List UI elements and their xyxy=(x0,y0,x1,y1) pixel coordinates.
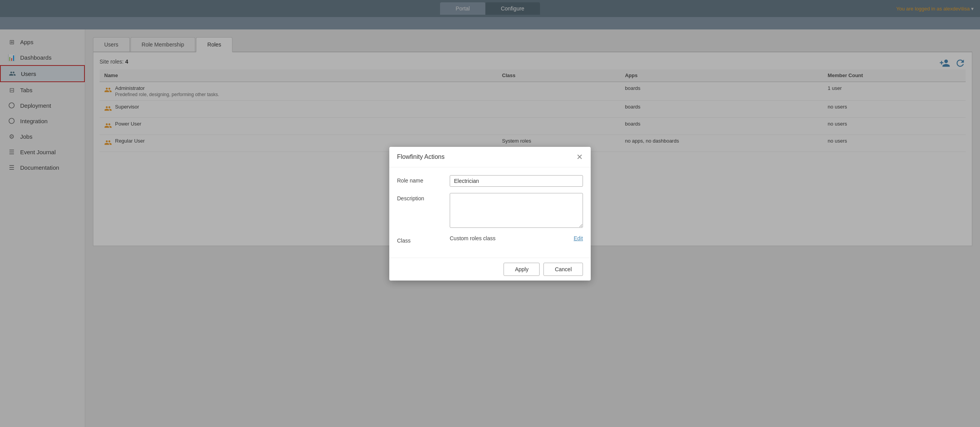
description-input[interactable] xyxy=(450,193,583,228)
role-name-row: Role name xyxy=(397,175,583,187)
role-name-label: Role name xyxy=(397,175,444,184)
cancel-button[interactable]: Cancel xyxy=(543,263,583,276)
modal-header: Flowfinity Actions ✕ xyxy=(389,147,591,167)
modal: Flowfinity Actions ✕ Role name Descripti… xyxy=(389,147,591,281)
modal-overlay: Flowfinity Actions ✕ Role name Descripti… xyxy=(0,0,980,427)
modal-close-button[interactable]: ✕ xyxy=(576,153,583,161)
modal-title: Flowfinity Actions xyxy=(397,153,445,160)
modal-footer: Apply Cancel xyxy=(389,258,591,281)
class-label: Class xyxy=(397,235,444,244)
description-control xyxy=(450,193,583,229)
class-value: Custom roles class xyxy=(450,235,567,241)
class-edit-link[interactable]: Edit xyxy=(574,235,583,241)
role-name-input[interactable] xyxy=(450,175,583,187)
apply-button[interactable]: Apply xyxy=(504,263,540,276)
class-row: Class Custom roles class Edit xyxy=(397,235,583,244)
class-control: Custom roles class Edit xyxy=(450,235,583,241)
modal-body: Role name Description Class Custom roles… xyxy=(389,167,591,258)
description-row: Description xyxy=(397,193,583,229)
role-name-control xyxy=(450,175,583,187)
description-label: Description xyxy=(397,193,444,201)
